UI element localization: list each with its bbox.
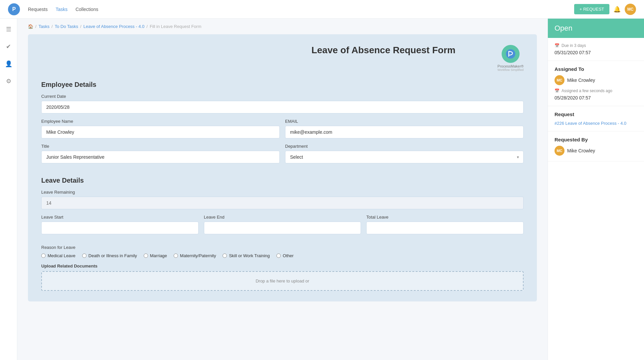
upload-title: Upload Related Documents xyxy=(41,264,524,269)
logo[interactable]: P xyxy=(8,3,20,15)
reason-other[interactable]: Other xyxy=(276,253,294,258)
assigned-date: 05/28/2020 07:57 xyxy=(555,95,637,100)
breadcrumb: 🏠 / Tasks / To Do Tasks / Leave of Absen… xyxy=(17,19,548,34)
tasks-check-icon[interactable]: ✔ xyxy=(3,41,14,52)
reason-label: Reason for Leave xyxy=(41,245,524,250)
request-title: Request xyxy=(555,111,637,117)
breadcrumb-todo[interactable]: To Do Tasks xyxy=(55,24,78,29)
breadcrumb-process[interactable]: Leave of Absence Process - 4.0 xyxy=(83,24,145,29)
leave-remaining-label: Leave Remaining xyxy=(41,190,524,195)
main-content: 🏠 / Tasks / To Do Tasks / Leave of Absen… xyxy=(17,19,548,360)
name-email-row: Employee Name EMAIL xyxy=(41,119,524,144)
reason-marriage-radio[interactable] xyxy=(144,254,148,258)
panel-assigned-section: Assigned To MC Mike Crowley 📅 Assigned a… xyxy=(548,61,644,106)
title-group: Title xyxy=(41,144,280,163)
upload-area[interactable]: Drop a file here to upload or xyxy=(41,271,524,291)
logo-letter: P xyxy=(12,6,16,12)
assigned-to-title: Assigned To xyxy=(555,66,637,72)
reason-skill[interactable]: Skill or Work Training xyxy=(223,253,270,258)
nav-tasks[interactable]: Tasks xyxy=(56,7,68,12)
department-label: Department xyxy=(285,144,524,149)
reason-maternity-radio[interactable] xyxy=(174,254,178,258)
nav-links: Requests Tasks Collections xyxy=(28,7,574,12)
requested-name: Mike Crowley xyxy=(567,148,595,153)
title-dept-row: Title Department Select xyxy=(41,144,524,169)
form-area: Leave of Absence Request Form ProcessMak… xyxy=(28,34,537,301)
assigned-time-label: Assigned a few seconds ago xyxy=(562,89,612,93)
reason-medical-radio[interactable] xyxy=(41,254,46,258)
breadcrumb-sep2: / xyxy=(52,24,53,29)
leave-end-input[interactable] xyxy=(204,222,361,234)
panel-requested-by-section: Requested By MC Mike Crowley xyxy=(548,131,644,161)
reason-marriage-label: Marriage xyxy=(150,253,167,258)
leave-start-label: Leave Start xyxy=(41,215,199,220)
email-group: EMAIL xyxy=(285,119,524,138)
assigned-name: Mike Crowley xyxy=(567,78,595,83)
settings-icon[interactable]: ⚙ xyxy=(3,76,14,87)
breadcrumb-home-icon[interactable]: 🏠 xyxy=(28,24,33,29)
assigned-calendar-icon: 📅 xyxy=(555,89,560,93)
breadcrumb-sep4: / xyxy=(146,24,148,29)
reason-maternity[interactable]: Maternity/Paternity xyxy=(174,253,216,258)
pm-logo-svg xyxy=(506,49,516,59)
reason-group: Reason for Leave Medical Leave Death or … xyxy=(41,245,524,258)
leave-dates-row: Leave Start Leave End Total Leave xyxy=(41,215,524,240)
panel-request-section: Request #226 Leave of Absence Process - … xyxy=(548,106,644,131)
reason-marriage[interactable]: Marriage xyxy=(144,253,167,258)
leave-details-title: Leave Details xyxy=(41,177,524,184)
email-label: EMAIL xyxy=(285,119,524,124)
reason-death[interactable]: Death or Illness in Family xyxy=(82,253,137,258)
bell-icon[interactable]: 🔔 xyxy=(613,6,621,13)
top-nav: P Requests Tasks Collections + REQUEST 🔔… xyxy=(0,0,644,19)
sidebar: ☰ ✔ 👤 ⚙ xyxy=(0,19,17,360)
total-leave-group: Total Leave xyxy=(366,215,524,234)
leave-end-group: Leave End xyxy=(204,215,361,234)
assigned-time-row: 📅 Assigned a few seconds ago xyxy=(555,89,637,93)
pm-logo-text: ProcessMaker® xyxy=(498,64,524,68)
top-nav-right: + REQUEST 🔔 MC xyxy=(574,4,636,15)
reason-medical[interactable]: Medical Leave xyxy=(41,253,76,258)
reason-other-radio[interactable] xyxy=(276,254,281,258)
current-date-input[interactable] xyxy=(41,101,524,113)
breadcrumb-sep3: / xyxy=(80,24,81,29)
total-leave-label: Total Leave xyxy=(366,215,524,220)
breadcrumb-tasks[interactable]: Tasks xyxy=(39,24,50,29)
leave-start-input[interactable] xyxy=(41,222,199,234)
employee-name-group: Employee Name xyxy=(41,119,280,138)
email-input[interactable] xyxy=(285,126,524,138)
request-button[interactable]: + REQUEST xyxy=(574,4,609,14)
reason-other-label: Other xyxy=(283,253,294,258)
pm-logo-sub: Workflow Simplified xyxy=(498,68,524,72)
menu-icon[interactable]: ☰ xyxy=(3,24,14,35)
title-input[interactable] xyxy=(41,151,280,163)
panel-status-header: Open xyxy=(548,19,644,38)
department-select[interactable]: Select xyxy=(285,151,524,163)
reason-skill-label: Skill or Work Training xyxy=(229,253,270,258)
users-icon[interactable]: 👤 xyxy=(3,59,14,69)
leave-remaining-input[interactable] xyxy=(41,197,524,209)
employee-name-input[interactable] xyxy=(41,126,280,138)
panel-due-section: 📅 Due in 3 days 05/31/2020 07:57 xyxy=(548,38,644,61)
calendar-icon: 📅 xyxy=(555,43,560,48)
department-group: Department Select xyxy=(285,144,524,163)
nav-collections[interactable]: Collections xyxy=(76,7,98,12)
department-select-wrapper: Select xyxy=(285,151,524,163)
form-title: Leave of Absence Request Form xyxy=(269,45,498,56)
assigned-to-row: MC Mike Crowley xyxy=(555,75,637,85)
pm-logo-circle xyxy=(502,45,520,63)
reason-death-radio[interactable] xyxy=(82,254,86,258)
requested-avatar: MC xyxy=(555,146,564,156)
nav-requests[interactable]: Requests xyxy=(28,7,48,12)
pm-logo: ProcessMaker® Workflow Simplified xyxy=(498,45,524,72)
reason-skill-radio[interactable] xyxy=(223,254,227,258)
user-avatar[interactable]: MC xyxy=(625,4,636,15)
total-leave-input[interactable] xyxy=(366,222,524,234)
form-header: Leave of Absence Request Form ProcessMak… xyxy=(41,45,524,72)
breadcrumb-current: Fill in Leave Request Form xyxy=(150,24,201,29)
leave-details-section: Leave Details Leave Remaining Leave Star… xyxy=(41,177,524,291)
right-panel: Open 📅 Due in 3 days 05/31/2020 07:57 As… xyxy=(548,19,644,360)
current-date-label: Current Date xyxy=(41,94,524,99)
reason-medical-label: Medical Leave xyxy=(48,253,76,258)
request-link[interactable]: #226 Leave of Absence Process - 4.0 xyxy=(555,121,626,126)
panel-due-date: 05/31/2020 07:57 xyxy=(555,50,637,55)
